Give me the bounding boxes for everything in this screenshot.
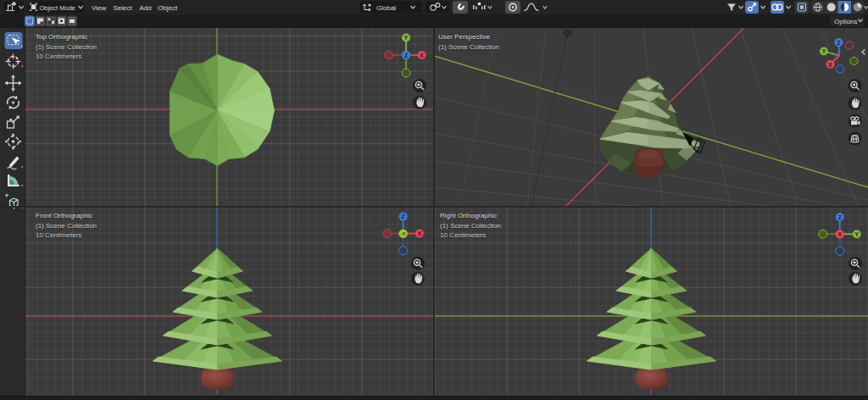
svg-text:Y: Y (822, 48, 826, 54)
svg-text:Y: Y (404, 35, 409, 41)
svg-text:X: X (418, 231, 422, 236)
svg-text:Z: Z (837, 40, 841, 46)
svg-text:Z: Z (402, 214, 405, 219)
svg-text:-Y: -Y (401, 231, 406, 236)
svg-text:Options: Options (834, 18, 858, 25)
svg-text:View: View (92, 4, 106, 12)
svg-text:Z: Z (404, 53, 408, 58)
svg-text:X: X (828, 62, 832, 68)
svg-text:X: X (838, 231, 843, 237)
svg-text:Global: Global (376, 4, 396, 12)
svg-text:Object Mode: Object Mode (40, 4, 76, 12)
svg-text:Z: Z (838, 214, 842, 220)
svg-text:Select: Select (114, 4, 133, 12)
svg-text:X: X (420, 53, 424, 58)
svg-text:Add: Add (140, 4, 152, 12)
svg-text:Object: Object (158, 4, 178, 12)
svg-text:Y: Y (855, 231, 860, 237)
